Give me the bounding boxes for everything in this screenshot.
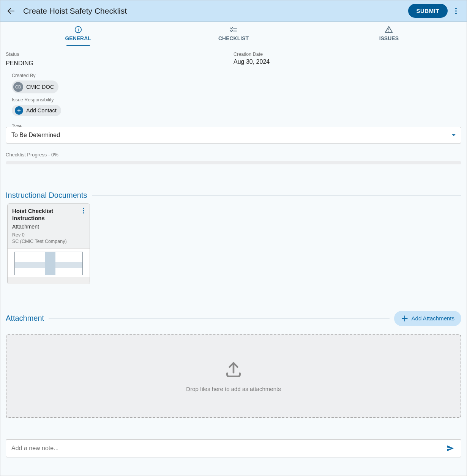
doc-title: Hoist Checklist Instructions [12,208,85,222]
created-by-name: CMIC DOC [26,84,54,90]
send-note-button[interactable] [443,441,457,455]
note-input[interactable] [11,440,443,457]
page-title: Create Hoist Safety Checklist [23,6,408,16]
doc-thumbnail [8,248,90,284]
divider [92,195,461,195]
section-instructional-documents: Instructional Documents [6,191,461,200]
created-by-label: Created By [12,73,461,78]
content-area: Status PENDING Creation Date Aug 30, 202… [0,46,467,476]
svg-point-6 [78,28,79,28]
divider [49,318,389,318]
dropzone-text: Drop files here to add as attachments [186,386,281,392]
add-attachments-label: Add Attachments [412,315,454,322]
back-button[interactable] [4,4,18,18]
plus-circle-icon: + [15,106,23,115]
created-by-chip[interactable]: CD CMIC DOC [12,80,58,93]
doc-rev: Rev 0 [12,232,85,239]
section-attachment: Attachment Add Attachments [6,311,461,326]
svg-point-10 [388,31,389,32]
type-select[interactable]: To Be Determined [6,127,461,143]
add-contact-label: Add Contact [26,107,57,113]
checklist-progress-label: Checklist Progress - 0% [0,149,467,159]
tab-issues[interactable]: ISSUES [311,22,467,46]
svg-point-3 [455,13,457,14]
note-composer [6,439,461,457]
checklist-progress-bar [6,161,461,164]
tabbar: GENERAL CHECKLIST ISSUES [0,22,467,46]
more-vert-icon [452,7,460,15]
tab-checklist[interactable]: CHECKLIST [156,22,311,46]
info-icon [74,25,82,34]
svg-point-1 [455,8,457,9]
warning-icon [385,25,393,34]
checklist-icon [229,25,238,34]
creation-date-label: Creation Date [234,52,461,57]
svg-point-13 [83,212,84,213]
creation-date-value: Aug 30, 2024 [234,58,461,65]
plus-icon [401,315,409,322]
submit-button[interactable]: SUBMIT [408,4,448,18]
arrow-left-icon [6,6,16,16]
attachment-title: Attachment [6,314,44,323]
doc-overflow-menu[interactable] [80,207,87,216]
upload-icon [224,360,243,379]
instructional-documents-title: Instructional Documents [6,191,87,200]
attachment-dropzone[interactable]: Drop files here to add as attachments [6,334,461,418]
status-label: Status [6,52,234,57]
status-value: PENDING [6,60,234,67]
more-vert-icon [80,207,87,214]
doc-owner: SC (CMiC Test Company) [12,238,85,245]
document-card[interactable]: Hoist Checklist Instructions Attachment … [7,203,90,284]
type-value: To Be Determined [11,132,60,138]
tab-general[interactable]: GENERAL [0,22,156,46]
add-contact-button[interactable]: + Add Contact [12,105,61,116]
issue-responsibility-label: Issue Responsibility [12,97,461,102]
avatar: CD [13,82,23,92]
send-icon [446,444,455,453]
svg-point-12 [83,210,84,211]
svg-point-11 [83,208,84,209]
add-attachments-button[interactable]: Add Attachments [394,311,461,326]
app-header: Create Hoist Safety Checklist SUBMIT [0,0,467,22]
header-overflow-menu[interactable] [449,4,463,18]
svg-point-2 [455,10,457,12]
tab-issues-label: ISSUES [379,35,399,41]
tab-checklist-label: CHECKLIST [218,35,249,41]
doc-subtitle: Attachment [12,224,85,230]
tab-general-label: GENERAL [65,35,91,41]
